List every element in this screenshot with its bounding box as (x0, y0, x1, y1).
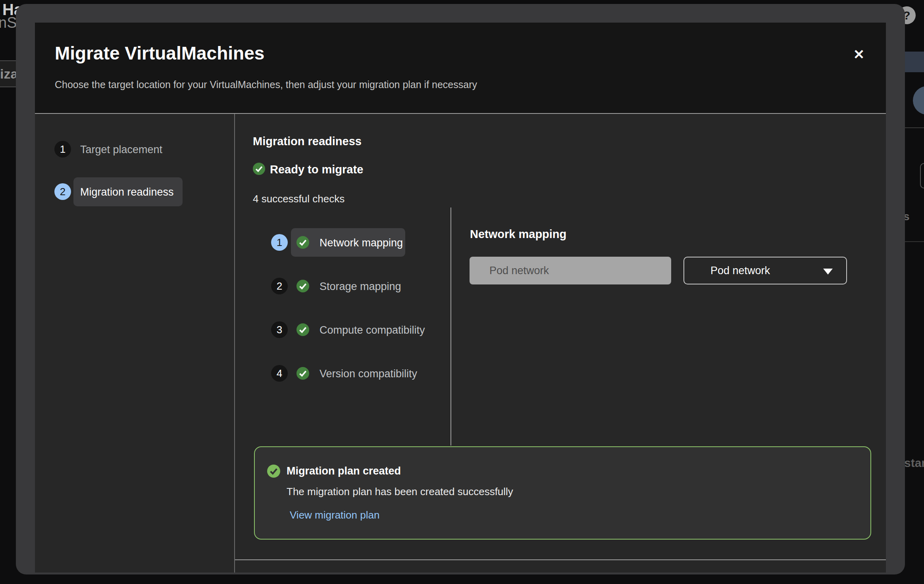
check-number-badge: 1 (271, 234, 288, 251)
source-network-input[interactable] (470, 257, 671, 284)
success-check-icon (296, 323, 309, 336)
readiness-status: Ready to migrate (270, 163, 363, 176)
step-number-badge: 2 (54, 183, 71, 200)
chevron-down-icon (823, 269, 833, 275)
background-avatar (913, 86, 924, 115)
wizard-nav-divider (234, 114, 235, 572)
alert-description: The migration plan has been created succ… (287, 486, 513, 498)
background-nav-item-label: iza (0, 66, 18, 82)
migrate-modal-frame: Migrate VirtualMachines Choose the targe… (16, 4, 905, 574)
target-network-selected-value: Pod network (710, 265, 770, 277)
checks-summary: 4 successful checks (253, 193, 345, 205)
check-label: Version compatibility (320, 368, 417, 380)
modal-body: 1 Target placement 2 Migration readiness… (35, 114, 886, 572)
check-number-badge: 4 (271, 365, 288, 382)
network-mapping-heading: Network mapping (470, 228, 566, 241)
view-migration-plan-link[interactable]: View migration plan (290, 509, 379, 521)
background-text-fragment: stan (904, 456, 924, 470)
modal-header: Migrate VirtualMachines Choose the targe… (35, 23, 886, 113)
wizard-step-label: Migration readiness (80, 186, 174, 198)
background-brand-text-2: nS (0, 14, 17, 31)
alert-title: Migration plan created (287, 465, 401, 477)
modal-subtitle: Choose the target location for your Virt… (55, 79, 477, 90)
success-check-icon (253, 163, 265, 175)
background-divider (905, 127, 924, 128)
wizard-step-label: Target placement (80, 144, 162, 156)
migrate-modal: Migrate VirtualMachines Choose the targe… (35, 23, 886, 572)
alert-success-check-icon (267, 465, 280, 478)
migration-plan-alert: Migration plan created The migration pla… (254, 446, 871, 540)
readiness-heading: Migration readiness (253, 135, 362, 148)
check-number-badge: 2 (271, 278, 288, 294)
target-network-select[interactable]: Pod network (683, 257, 847, 284)
background-selected-row (905, 52, 924, 72)
check-label: Storage mapping (320, 280, 401, 293)
close-icon[interactable]: ✕ (849, 45, 868, 64)
modal-title: Migrate VirtualMachines (55, 42, 264, 64)
footer-divider (235, 559, 886, 560)
success-check-icon (296, 367, 309, 380)
check-number-badge: 3 (271, 321, 288, 338)
check-label: Network mapping (320, 237, 403, 249)
success-check-icon (296, 280, 309, 292)
step-number-badge: 1 (54, 141, 71, 158)
panel-divider (450, 207, 451, 446)
success-check-icon (296, 236, 309, 249)
check-label: Compute compatibility (320, 324, 425, 336)
background-outline-box (920, 163, 924, 188)
background-divider (905, 241, 924, 242)
